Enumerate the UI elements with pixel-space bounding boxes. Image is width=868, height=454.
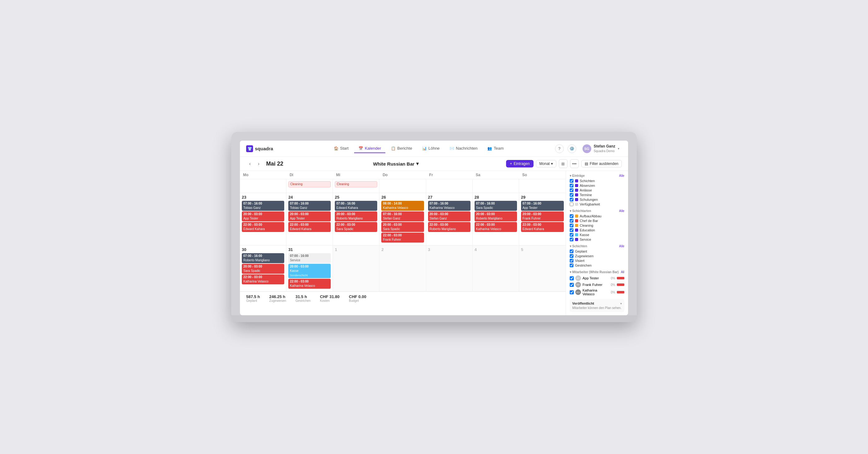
shift-card[interactable]: 22:00 - 03:00 Katharina Velasco (288, 279, 331, 289)
settings-button[interactable]: ⚙️ (567, 144, 576, 153)
filter-button[interactable]: ▤ Filter ausblenden (581, 160, 622, 167)
cal-day-3[interactable]: 3 (426, 246, 473, 291)
geplant-checkbox[interactable] (570, 250, 574, 253)
service-checkbox[interactable] (570, 237, 574, 241)
nav-lohne[interactable]: 📊 Löhne (418, 144, 444, 153)
cal-day[interactable]: Cleaning (286, 179, 333, 193)
shift-card[interactable]: 20:00 - 03:00 Frank Fuhrer (521, 212, 564, 221)
cal-day[interactable] (519, 179, 566, 193)
add-entry-button[interactable]: + Eintragen (506, 160, 533, 167)
cal-day-1[interactable]: 1 (333, 246, 379, 291)
shift-card[interactable]: 22:00 - 03:00 Frank Fuhrer (381, 233, 424, 242)
shift-card[interactable]: 22:00 - 03:00 Katharina Velasco (474, 222, 517, 232)
nav-team[interactable]: 👥 Team (483, 144, 508, 153)
shift-card[interactable]: 20:00 - 03:00 App Tester (288, 212, 331, 221)
venue-selector[interactable]: White Russian Bar ▾ (373, 161, 419, 166)
shift-card[interactable]: 07:00 - 16:00 Tobias Ganz (288, 201, 331, 211)
cal-day-29[interactable]: 29 07:00 - 16:00 App Tester 20:00 - 03:0… (519, 193, 566, 245)
cal-day[interactable] (240, 179, 286, 193)
logo-text: squadra (255, 146, 273, 151)
cal-day[interactable] (473, 179, 519, 193)
shift-card[interactable]: 22:00 - 03:00 Roberto Marigliano (428, 222, 470, 232)
nav-berichte[interactable]: 📋 Berichte (386, 144, 416, 153)
shift-card[interactable]: 20:00 - 03:00 Roberto Marigliano (335, 212, 377, 221)
shift-card[interactable]: 07:00 - 16:00 Service (288, 253, 331, 263)
shift-card[interactable]: Cleaning (288, 181, 331, 187)
chefbar-checkbox[interactable] (570, 219, 574, 223)
kasse-checkbox[interactable] (570, 233, 574, 237)
shift-card[interactable]: 07:00 - 16:00 App Tester (521, 201, 564, 211)
shift-card[interactable]: 20:00 - 03:00 Kasse Sonderschicht (288, 264, 331, 278)
gestrichen-checkbox[interactable] (570, 263, 574, 267)
add-label: Eintragen (514, 162, 529, 166)
nav-nachrichten[interactable]: ✉️ Nachrichten (445, 144, 482, 153)
cal-day-5[interactable]: 5 (519, 246, 566, 291)
shift-card[interactable]: 07:00 - 16:00 Stefan Ganz (381, 212, 424, 221)
cal-day-26[interactable]: 26 08:00 - 14:00 Katharina Velasco 07:00… (379, 193, 426, 245)
eintrage-all-link[interactable]: Alle (619, 174, 624, 177)
shift-card[interactable]: 07:00 - 16:00 Sara Spadic (474, 201, 517, 211)
prev-button[interactable]: ‹ (246, 160, 254, 167)
cal-day-24[interactable]: 24 07:00 - 16:00 Tobias Ganz 20:00 - 03:… (286, 193, 333, 245)
logo[interactable]: 👕 squadra (246, 145, 273, 152)
publish-box[interactable]: Veröffentlicht ▾ Mitarbeiter können den … (570, 299, 624, 312)
aufbau-checkbox[interactable] (570, 214, 574, 218)
message-icon: ✉️ (450, 146, 454, 151)
shift-card[interactable]: 20:00 - 03:00 Stefan Ganz (428, 212, 470, 221)
cal-day-2[interactable]: 2 (379, 246, 426, 291)
verfugbarkeit-checkbox[interactable] (570, 202, 574, 206)
shift-card[interactable]: 08:00 - 14:00 Katharina Velasco (381, 201, 424, 211)
mitarbeiter-all-link[interactable]: All (621, 270, 624, 274)
cal-day-4[interactable]: 4 (473, 246, 519, 291)
nav-start[interactable]: 🏠 Start (330, 144, 353, 153)
shift-card[interactable]: 22:00 - 03:00 Edward Kahara (242, 222, 284, 232)
shift-card[interactable]: 20:00 - 03:00 Sara Spadic (381, 222, 424, 232)
shift-card[interactable]: 20:00 - 03:00 App Tester (242, 212, 284, 221)
cal-day-25[interactable]: 25 07:00 - 16:00 Edward Kahara 20:00 - 0… (333, 193, 379, 245)
user-badge[interactable]: SG Stefan Ganz Squadra Demo ▾ (580, 143, 622, 154)
shift-card[interactable]: 20:00 - 03:00 Sara Spadic (242, 264, 284, 274)
view-selector[interactable]: Monat ▾ (536, 160, 556, 167)
cal-day[interactable]: Cleaning (333, 179, 379, 193)
cal-day[interactable] (426, 179, 473, 193)
grid-view-button[interactable]: ⊞ (559, 159, 567, 168)
visiert-checkbox[interactable] (570, 259, 574, 263)
cal-day-28[interactable]: 28 07:00 - 16:00 Sara Spadic 20:00 - 03:… (473, 193, 519, 245)
schichtarten-all-link[interactable]: Alle (619, 209, 624, 213)
next-button[interactable]: › (255, 160, 262, 167)
education-checkbox[interactable] (570, 228, 574, 232)
shift-card[interactable]: 22:00 - 03:00 Katharina Velasco (242, 274, 284, 284)
cal-day-30[interactable]: 30 07:00 - 16:00 Roberto Marigliano 20:0… (240, 246, 286, 291)
apptester-checkbox[interactable] (570, 276, 574, 280)
shift-card[interactable]: 22:00 - 03:00 Edward Kahara (521, 222, 564, 232)
aufbau-label: Aufbau/Abbau (580, 214, 601, 218)
frank-checkbox[interactable] (570, 283, 574, 287)
shift-card[interactable]: 22:00 - 03:00 Edward Kahara (288, 222, 331, 232)
cal-day-27[interactable]: 27 07:00 - 16:00 Katharina Velasco 20:00… (426, 193, 473, 245)
shift-card[interactable]: 22:00 - 03:00 Sara Spadic (335, 222, 377, 232)
cal-day-23[interactable]: 23 07:00 - 16:00 Tobias Ganz 20:00 - 03:… (240, 193, 286, 245)
shift-card[interactable]: 07:00 - 16:00 Tobias Ganz (242, 201, 284, 211)
shift-card[interactable]: 07:00 - 16:00 Edward Kahara (335, 201, 377, 211)
shift-card[interactable]: 20:00 - 03:00 Roberto Marigliano (474, 212, 517, 221)
schichten-checkbox[interactable] (570, 179, 574, 183)
schulungen-checkbox[interactable] (570, 198, 574, 201)
zugewiesen-checkbox[interactable] (570, 254, 574, 258)
cal-day[interactable] (379, 179, 426, 193)
schichten-all-link[interactable]: Alle (619, 245, 624, 248)
cleaning-checkbox[interactable] (570, 224, 574, 227)
shift-card[interactable]: 07:00 - 16:00 Roberto Marigliano (242, 253, 284, 263)
more-options-button[interactable]: ••• (570, 159, 579, 168)
help-button[interactable]: ? (555, 144, 564, 153)
katharina-avatar: KV (575, 289, 581, 295)
sidebar-eintrage-title: ▾ Einträge (570, 174, 585, 177)
termine-checkbox[interactable] (570, 193, 574, 197)
chevron-down-icon: ▾ (416, 161, 419, 166)
shift-card[interactable]: Cleaning (335, 181, 377, 187)
nav-kalender[interactable]: 📅 Kalender (354, 144, 385, 153)
anlasse-checkbox[interactable] (570, 188, 574, 192)
shift-card[interactable]: 07:00 - 16:00 Katharina Velasco (428, 201, 470, 211)
katharina-checkbox[interactable] (570, 290, 574, 294)
absenzen-checkbox[interactable] (570, 184, 574, 187)
cal-day-31[interactable]: 31 07:00 - 16:00 Service 20:00 - 03:00 K… (286, 246, 333, 291)
